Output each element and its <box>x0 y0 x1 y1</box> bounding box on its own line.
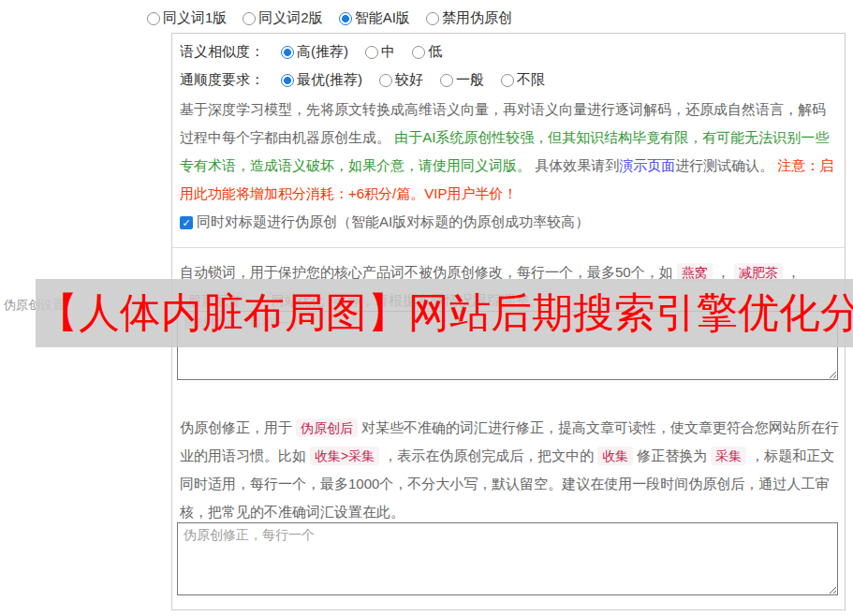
pseudo-original-mode-selector: 同义词1版 同义词2版 智能AI版 禁用伪原创 <box>147 9 512 27</box>
fluency-requirement-label: 通顺度要求： <box>180 71 264 89</box>
mode-option-smart-ai[interactable]: 智能AI版 <box>339 9 410 27</box>
mode-option-disable[interactable]: 禁用伪原创 <box>426 9 512 27</box>
mode-option-label: 同义词2版 <box>258 9 322 27</box>
semantic-option-label: 高(推荐) <box>297 43 348 61</box>
radio-unchecked-icon <box>365 46 378 59</box>
lock-words-text: 自动锁词，用于保护您的核心产品词不被伪原创修改，每行一个，最多50个，如 <box>180 264 673 280</box>
semantic-option-low[interactable]: 低 <box>412 43 442 61</box>
keyword-example: 伪原创后 <box>296 418 358 437</box>
fluency-option-normal[interactable]: 一般 <box>440 71 484 89</box>
description-gray-text: 进行测试确认。 <box>675 157 777 173</box>
description-gray-text: 具体效果请到 <box>535 157 619 173</box>
mode-option-label: 禁用伪原创 <box>442 9 512 27</box>
demo-page-link[interactable]: 演示页面 <box>619 157 675 173</box>
keyword-example: 采集 <box>711 447 746 465</box>
lock-words-text: ， <box>787 264 801 280</box>
mode-option-label: 智能AI版 <box>355 9 410 27</box>
correction-words-textarea[interactable] <box>177 522 838 595</box>
keyword-example: 收集 <box>597 447 633 465</box>
ai-mode-description: 基于深度学习模型，先将原文转换成高维语义向量，再对语义向量进行逐词解码，还原成自… <box>180 95 837 208</box>
section-divider <box>172 247 845 248</box>
correction-text: ，表示在伪原创完成后，把文中的 <box>383 447 594 463</box>
mode-option-synonym1[interactable]: 同义词1版 <box>147 9 227 27</box>
title-checkbox-label: 同时对标题进行伪原创（智能AI版对标题的伪原创成功率较高） <box>197 213 589 231</box>
radio-unchecked-icon <box>379 74 392 87</box>
radio-unchecked-icon <box>501 74 514 87</box>
semantic-option-medium[interactable]: 中 <box>365 43 395 61</box>
semantic-option-label: 低 <box>428 43 442 61</box>
keyword-example: 收集>采集 <box>310 447 379 465</box>
correction-text: 修正替换为 <box>637 447 707 463</box>
checkbox-checked-icon: ✓ <box>180 216 193 229</box>
semantic-option-high[interactable]: 高(推荐) <box>281 43 348 61</box>
fluency-option-label: 较好 <box>395 71 423 89</box>
fluency-option-label: 不限 <box>517 71 545 89</box>
fluency-option-best[interactable]: 最优(推荐) <box>281 71 362 89</box>
title-pseudo-original-checkbox-row[interactable]: ✓ 同时对标题进行伪原创（智能AI版对标题的伪原创成功率较高） <box>180 213 589 231</box>
radio-unchecked-icon <box>147 12 160 25</box>
radio-unchecked-icon <box>412 46 425 59</box>
radio-unchecked-icon <box>426 12 439 25</box>
radio-checked-icon <box>281 74 294 87</box>
lock-words-text: ， <box>716 264 730 280</box>
fluency-option-label: 一般 <box>456 71 484 89</box>
radio-unchecked-icon <box>243 12 256 25</box>
correction-text: 伪原创修正，用于 <box>180 419 292 435</box>
radio-checked-icon <box>339 12 352 25</box>
fluency-requirement-row: 通顺度要求： 最优(推荐) 较好 一般 不限 <box>180 71 545 89</box>
mode-option-label: 同义词1版 <box>163 9 227 27</box>
correction-description: 伪原创修正，用于伪原创后对某些不准确的词汇进行修正，提高文章可读性，使文章更符合… <box>180 414 839 526</box>
fluency-option-good[interactable]: 较好 <box>379 71 423 89</box>
radio-unchecked-icon <box>440 74 453 87</box>
semantic-similarity-row: 语义相似度： 高(推荐) 中 低 <box>180 43 442 61</box>
overlay-ad-banner: 【人体内脏布局图】网站后期搜索引擎优化分析 <box>36 279 853 347</box>
mode-option-synonym2[interactable]: 同义词2版 <box>243 9 322 27</box>
semantic-similarity-label: 语义相似度： <box>180 43 264 61</box>
overlay-banner-text: 【人体内脏布局图】网站后期搜索引擎优化分析 <box>36 286 853 341</box>
radio-checked-icon <box>281 46 294 59</box>
fluency-option-label: 最优(推荐) <box>297 71 362 89</box>
semantic-option-label: 中 <box>381 43 395 61</box>
fluency-option-unlimited[interactable]: 不限 <box>501 71 545 89</box>
